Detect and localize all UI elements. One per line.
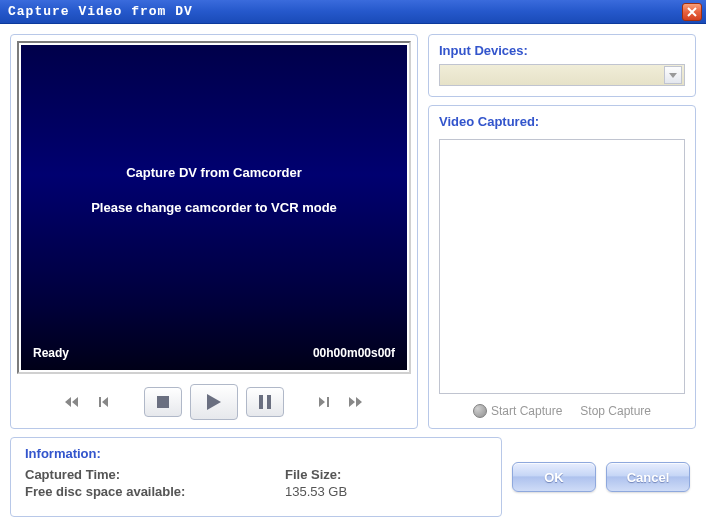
free-space-label: Free disc space available:	[25, 484, 285, 499]
ok-button[interactable]: OK	[512, 462, 596, 492]
step-back-icon	[99, 397, 109, 407]
svg-rect-2	[267, 395, 271, 409]
fast-forward-button[interactable]	[344, 391, 368, 413]
pause-icon	[259, 395, 271, 409]
information-header: Information:	[25, 446, 487, 461]
stop-button[interactable]	[144, 387, 182, 417]
video-panel: Capture DV from Camcorder Please change …	[10, 34, 418, 429]
input-devices-label: Input Devices:	[439, 43, 685, 58]
video-preview: Capture DV from Camcorder Please change …	[21, 45, 407, 370]
info-grid: Captured Time: File Size: Free disc spac…	[25, 467, 487, 499]
stop-icon	[157, 396, 169, 408]
video-message-1: Capture DV from Camcorder	[126, 165, 302, 180]
input-devices-group: Input Devices:	[428, 34, 696, 97]
step-forward-icon	[319, 397, 329, 407]
video-timecode: 00h00m00s00f	[313, 346, 395, 360]
top-row: Capture DV from Camcorder Please change …	[10, 34, 696, 429]
content-area: Capture DV from Camcorder Please change …	[0, 24, 706, 532]
video-captured-group: Video Captured: Start Capture Stop Captu…	[428, 105, 696, 429]
cancel-button[interactable]: Cancel	[606, 462, 690, 492]
close-button[interactable]	[682, 3, 702, 21]
record-icon	[473, 404, 487, 418]
bottom-row: Information: Captured Time: File Size: F…	[10, 437, 696, 517]
information-group: Information: Captured Time: File Size: F…	[10, 437, 502, 517]
transport-controls	[17, 382, 411, 422]
titlebar: Capture Video from DV	[0, 0, 706, 24]
right-panel: Input Devices: Video Captured: Start Cap…	[428, 34, 696, 429]
svg-rect-0	[157, 396, 169, 408]
play-icon	[207, 394, 221, 410]
svg-rect-1	[259, 395, 263, 409]
video-status: Ready	[33, 346, 69, 360]
stop-capture-label: Stop Capture	[580, 404, 651, 418]
video-captured-label: Video Captured:	[439, 114, 685, 129]
rewind-button[interactable]	[60, 391, 84, 413]
pause-button[interactable]	[246, 387, 284, 417]
video-message-2: Please change camcorder to VCR mode	[91, 200, 337, 215]
video-frame: Capture DV from Camcorder Please change …	[17, 41, 411, 374]
input-devices-combo[interactable]	[439, 64, 685, 86]
chevron-down-icon	[669, 73, 677, 78]
combo-arrow	[664, 66, 682, 84]
window-title: Capture Video from DV	[8, 4, 193, 19]
start-capture-label: Start Capture	[491, 404, 562, 418]
start-capture-button[interactable]: Start Capture	[473, 404, 562, 418]
stop-capture-button[interactable]: Stop Capture	[580, 404, 651, 418]
step-back-button[interactable]	[92, 391, 116, 413]
close-icon	[687, 7, 697, 17]
capture-buttons: Start Capture Stop Capture	[439, 404, 685, 418]
play-button[interactable]	[190, 384, 238, 420]
captured-list[interactable]	[439, 139, 685, 394]
rewind-icon	[65, 397, 79, 407]
free-space-value: 135.53 GB	[285, 484, 487, 499]
fast-forward-icon	[349, 397, 363, 407]
action-buttons: OK Cancel	[512, 437, 696, 517]
captured-time-label: Captured Time:	[25, 467, 285, 482]
step-forward-button[interactable]	[312, 391, 336, 413]
file-size-label: File Size:	[285, 467, 487, 482]
